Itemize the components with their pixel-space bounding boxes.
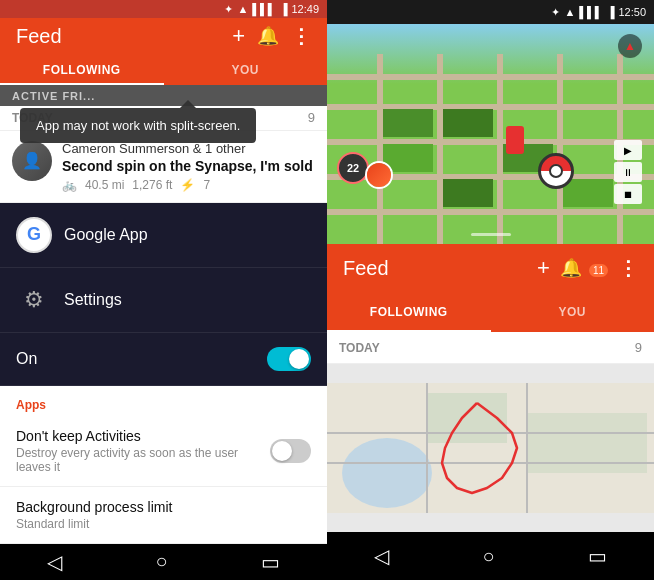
today-row-right: TODAY 9 [327,332,654,364]
right-signal-icon: ▌▌▌ [579,6,602,18]
patch1 [383,109,433,137]
home-button-right[interactable]: ○ [482,545,494,568]
feed-stats: 🚲 40.5 mi 1,276 ft ⚡ 7 [62,178,315,192]
right-bluetooth-icon: ✦ [551,6,560,19]
apps-section-header: Apps [0,386,327,416]
patch2 [443,109,493,137]
recents-button-left[interactable]: ▭ [261,550,280,574]
today-count-right: 9 [635,340,642,355]
right-add-button[interactable]: + [537,255,550,281]
bike-icon: 🚲 [62,178,77,192]
patch5 [443,179,493,207]
right-panel: ✦ ▲ ▌▌▌ ▐ 12:50 [327,0,654,580]
compass-icon: ▲ [624,39,636,53]
notification-badge: 11 [589,264,608,277]
feed-avatar: 👤 [12,141,52,181]
patch6 [563,179,613,207]
right-map-preview [327,364,654,532]
battery-icon: ▐ [280,3,288,15]
right-app-bar: Feed + 🔔 11 ⋮ [327,244,654,292]
bluetooth-icon: ✦ [224,3,233,16]
settings-icon: ⚙ [16,282,52,318]
elevation: 1,276 ft [132,178,172,192]
compass[interactable]: ▲ [618,34,642,58]
feed-content: Cameron Summerson & 1 other Second spin … [62,141,315,192]
left-time: 12:49 [291,3,319,15]
left-panel: ✦ ▲ ▌▌▌ ▐ 12:49 Feed + 🔔 ⋮ FOLLOWING YOU… [0,0,327,580]
svg-point-1 [342,438,432,508]
left-status-bar: ✦ ▲ ▌▌▌ ▐ 12:49 [0,0,327,18]
player-level: 22 [337,152,369,184]
distance: 40.5 mi [85,178,124,192]
map-controls: ▶ ⏸ ⏹ [614,140,642,204]
route-svg [327,364,654,532]
google-app-label: Google App [64,226,148,244]
tooltip-arrow [180,100,196,108]
more-icon[interactable]: ⋮ [291,24,311,48]
recents-button-right[interactable]: ▭ [588,544,607,568]
add-button[interactable]: + [232,23,245,49]
back-button-right[interactable]: ◁ [374,544,389,568]
bg-process-title: Background process limit [16,499,311,515]
road-v2 [437,54,443,244]
right-bell-icon[interactable]: 🔔 11 [560,257,608,279]
right-more-icon[interactable]: ⋮ [618,256,638,280]
pokeball [538,153,574,189]
left-app-bar: Feed + 🔔 ⋮ [0,18,327,54]
today-count-left: 9 [308,110,315,125]
map-handle [471,233,511,236]
tab-you-left[interactable]: YOU [164,55,328,85]
right-nav-bar: ◁ ○ ▭ [327,532,654,580]
dont-keep-title: Don't keep Activities [16,428,270,444]
on-label: On [16,350,37,368]
dont-keep-setting[interactable]: Don't keep Activities Destroy every acti… [0,416,327,487]
wifi-icon: ▲ [237,3,248,15]
pokemon-map: ▲ 22 ▶ ⏸ ⏹ [327,24,654,244]
back-button-left[interactable]: ◁ [47,550,62,574]
settings-label: Settings [64,291,122,309]
player-avatar-circle [365,161,393,189]
map-grid [327,54,654,244]
bg-process-subtitle: Standard limit [16,517,311,531]
dont-keep-toggle[interactable] [270,439,311,463]
on-toggle[interactable] [267,347,311,371]
tab-you-right[interactable]: YOU [491,292,655,332]
bg-process-setting[interactable]: Background process limit Standard limit [0,487,327,544]
dark-section: G Google App ⚙ Settings On Apps Don't ke… [0,203,327,544]
stat-count: 7 [203,178,210,192]
tooltip-text: App may not work with split-screen. [36,118,240,133]
tooltip: App may not work with split-screen. [20,108,256,143]
settings-item[interactable]: ⚙ Settings [0,268,327,333]
bell-icon[interactable]: 🔔 [257,25,279,47]
right-tabs-bar: FOLLOWING YOU [327,292,654,332]
right-app-title: Feed [343,257,537,280]
home-button-left[interactable]: ○ [155,550,167,573]
lightning-icon: ⚡ [180,178,195,192]
active-fri-bar: ACTIVE FRI... [0,85,327,106]
feed-title: Second spin on the Synapse, I'm sold [62,158,315,174]
left-nav-bar: ◁ ○ ▭ [0,544,327,580]
google-icon: G [16,217,52,253]
right-status-bar: ✦ ▲ ▌▌▌ ▐ 12:50 [327,0,654,24]
map-ctrl-1[interactable]: ▶ [614,140,642,160]
left-tabs-bar: FOLLOWING YOU [0,55,327,85]
active-fri-text: ACTIVE FRI... [12,90,95,102]
on-toggle-row[interactable]: On [0,333,327,386]
player-avatar [506,126,524,154]
google-app-item[interactable]: G Google App [0,203,327,268]
signal-icon: ▌▌▌ [252,3,275,15]
right-battery-icon: ▐ [607,6,615,18]
right-time: 12:50 [618,6,646,18]
tab-following-right[interactable]: FOLLOWING [327,292,491,332]
white-settings-section: Apps Don't keep Activities Destroy every… [0,386,327,544]
map-ctrl-2[interactable]: ⏸ [614,162,642,182]
left-app-title: Feed [16,25,232,48]
today-label-right: TODAY [339,341,380,355]
dont-keep-subtitle: Destroy every activity as soon as the us… [16,446,270,474]
road-v4 [557,54,563,244]
map-ctrl-3[interactable]: ⏹ [614,184,642,204]
right-wifi-icon: ▲ [564,6,575,18]
tab-following-left[interactable]: FOLLOWING [0,55,164,85]
